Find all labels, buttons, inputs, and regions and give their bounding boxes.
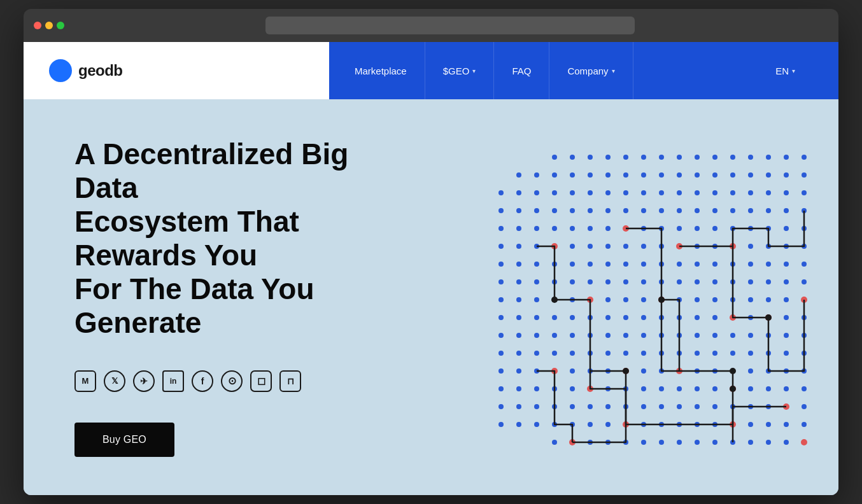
svg-point-149 <box>659 208 664 213</box>
svg-point-53 <box>552 315 557 320</box>
svg-point-36 <box>534 297 539 302</box>
svg-point-194 <box>695 404 700 409</box>
svg-point-283 <box>802 172 807 178</box>
svg-point-234 <box>748 208 753 213</box>
instagram-icon[interactable]: ◻ <box>250 370 272 392</box>
company-chevron-icon: ▾ <box>612 67 615 74</box>
svg-point-130 <box>641 172 646 178</box>
nav-marketplace[interactable]: Marketplace <box>355 42 425 99</box>
svg-point-190 <box>695 333 700 338</box>
svg-point-95 <box>605 155 611 160</box>
svg-point-241 <box>748 333 753 338</box>
svg-point-84 <box>588 262 593 267</box>
minimize-button-dot[interactable] <box>45 22 53 29</box>
social-icons-row: M 𝕏 ✈ in f ⊙ ◻ ⊓ <box>74 370 467 392</box>
svg-point-1 <box>498 208 504 213</box>
buy-geo-button[interactable]: Buy GEO <box>74 423 174 457</box>
facebook-icon[interactable]: f <box>192 370 213 392</box>
svg-point-27 <box>516 404 521 409</box>
medium-icon[interactable]: M <box>74 370 96 392</box>
svg-point-169 <box>677 262 682 267</box>
site-content: geodb Marketplace $GEO ▾ FAQ Company ▾ <box>24 42 838 494</box>
logo-text[interactable]: geodb <box>78 62 123 80</box>
nav-geo[interactable]: $GEO ▾ <box>425 42 495 99</box>
nav-company[interactable]: Company ▾ <box>549 42 633 99</box>
svg-point-163 <box>677 155 682 160</box>
svg-point-275 <box>784 333 789 338</box>
svg-point-35 <box>534 279 539 284</box>
svg-point-45 <box>552 172 557 178</box>
svg-point-265 <box>784 155 789 160</box>
dots-grid <box>498 155 807 445</box>
svg-point-62 <box>570 172 575 178</box>
svg-point-164 <box>677 172 682 178</box>
twitter-icon[interactable]: 𝕏 <box>104 370 125 392</box>
nav-faq[interactable]: FAQ <box>494 42 549 99</box>
svg-point-166 <box>677 208 682 213</box>
svg-point-167 <box>677 226 682 231</box>
svg-point-34 <box>534 262 539 267</box>
svg-point-238 <box>748 279 753 284</box>
svg-point-26 <box>516 386 521 391</box>
address-bar[interactable] <box>265 17 635 34</box>
linkedin-icon[interactable]: in <box>162 370 184 392</box>
svg-point-68 <box>570 279 575 284</box>
svg-point-74 <box>570 386 575 391</box>
svg-point-137 <box>641 297 646 302</box>
svg-point-142 <box>641 386 646 391</box>
svg-point-112 <box>623 155 628 160</box>
svg-point-248 <box>766 155 771 160</box>
svg-point-225 <box>730 351 735 356</box>
svg-point-99 <box>605 226 611 231</box>
svg-point-280 <box>784 422 789 427</box>
svg-point-322 <box>765 314 772 321</box>
svg-point-55 <box>552 351 557 356</box>
svg-point-160 <box>659 404 664 409</box>
svg-point-41 <box>534 386 539 391</box>
svg-point-272 <box>784 279 789 284</box>
svg-point-184 <box>695 226 700 231</box>
svg-point-31 <box>534 208 539 213</box>
svg-point-140 <box>641 351 646 356</box>
reddit-icon[interactable]: ⊙ <box>221 370 243 392</box>
svg-point-246 <box>748 422 753 427</box>
svg-point-200 <box>712 208 717 213</box>
svg-point-193 <box>695 386 700 391</box>
close-button-dot[interactable] <box>34 22 41 29</box>
svg-point-323 <box>730 386 736 392</box>
svg-point-12 <box>498 404 504 409</box>
svg-point-197 <box>712 155 717 160</box>
svg-point-25 <box>516 368 521 374</box>
svg-point-269 <box>784 226 789 231</box>
svg-point-318 <box>551 297 558 303</box>
telegram-icon[interactable]: ✈ <box>133 370 155 392</box>
svg-point-118 <box>623 262 628 267</box>
svg-point-319 <box>623 368 629 374</box>
svg-point-121 <box>623 315 628 320</box>
svg-point-205 <box>712 297 717 302</box>
svg-point-18 <box>516 244 521 249</box>
svg-point-101 <box>605 262 611 267</box>
discord-icon[interactable]: ⊓ <box>279 370 301 392</box>
maximize-button-dot[interactable] <box>57 22 64 29</box>
nav-language[interactable]: EN ▾ <box>758 42 813 99</box>
svg-point-274 <box>784 315 789 320</box>
svg-point-196 <box>695 440 700 445</box>
svg-point-208 <box>712 351 717 356</box>
svg-point-207 <box>712 333 717 338</box>
svg-point-271 <box>784 262 789 267</box>
svg-point-24 <box>516 351 521 356</box>
svg-point-224 <box>730 333 735 338</box>
svg-point-211 <box>712 404 717 409</box>
svg-point-147 <box>659 172 664 178</box>
lang-chevron-icon: ▾ <box>792 67 795 74</box>
svg-point-105 <box>605 333 611 338</box>
svg-point-198 <box>712 172 717 178</box>
svg-point-3 <box>498 244 504 249</box>
svg-point-255 <box>766 279 771 284</box>
svg-point-115 <box>623 208 628 213</box>
hero-section: A Decentralized Big Data Ecosystem That … <box>24 99 838 494</box>
svg-point-186 <box>695 262 700 267</box>
network-visualization <box>482 144 813 450</box>
svg-point-256 <box>766 297 771 302</box>
